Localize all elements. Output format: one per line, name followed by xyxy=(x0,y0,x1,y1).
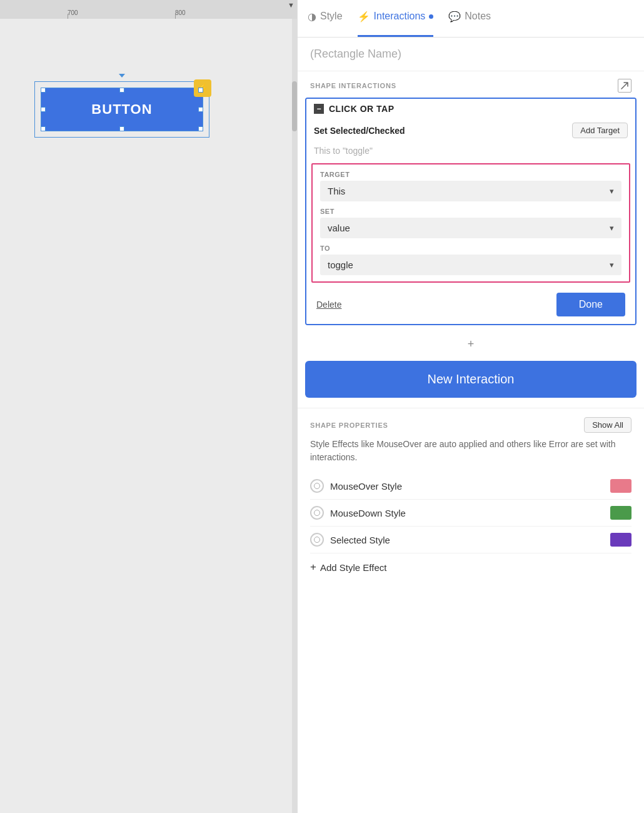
ruler-tick-700 xyxy=(68,14,68,19)
canvas-content: BUTTON ⚡ xyxy=(0,19,297,813)
rect-name-section: (Rectangle Name) xyxy=(298,38,644,71)
selected-icon xyxy=(310,533,324,547)
style-item-selected: Selected Style xyxy=(310,527,631,553)
style-item-left-mouseover: MouseOver Style xyxy=(310,479,402,493)
target-chevron: ▾ xyxy=(610,186,614,196)
target-select[interactable]: This ▾ xyxy=(320,181,621,201)
handle-tl[interactable] xyxy=(41,88,46,93)
to-value: toggle xyxy=(328,260,353,270)
ruler-mark-700: 700 xyxy=(68,9,78,16)
mouseover-inner-icon xyxy=(314,483,320,489)
action-buttons: Delete Done xyxy=(306,285,635,324)
style-item-mousedown: MouseDown Style xyxy=(310,500,631,527)
shape-props-header: SHAPE PROPERTIES Show All xyxy=(310,408,631,438)
canvas-element[interactable]: BUTTON ⚡ xyxy=(41,88,203,131)
target-field: TARGET This ▾ xyxy=(320,171,621,201)
to-field: TO toggle ▾ xyxy=(320,245,621,275)
tab-interactions-label: Interactions xyxy=(374,11,426,22)
selected-style-label: Selected Style xyxy=(330,535,390,545)
external-link-button[interactable] xyxy=(618,79,631,93)
tab-style-label: Style xyxy=(320,11,343,22)
handle-bl[interactable] xyxy=(41,126,46,131)
set-chevron: ▾ xyxy=(610,223,614,233)
collapse-button[interactable]: − xyxy=(314,104,324,114)
event-label: CLICK OR TAP xyxy=(329,104,628,114)
anchor-top xyxy=(119,74,125,78)
style-item-left-mousedown: MouseDown Style xyxy=(310,506,406,520)
handle-ml[interactable] xyxy=(41,107,46,112)
selected-color[interactable] xyxy=(610,533,631,547)
canvas-scrollbar[interactable] xyxy=(292,19,297,813)
external-link-icon xyxy=(621,82,628,89)
add-target-button[interactable]: Add Target xyxy=(572,123,628,138)
interactions-icon: ⚡ xyxy=(358,11,370,23)
tab-notes[interactable]: 💬 Notes xyxy=(448,0,491,37)
show-all-button[interactable]: Show All xyxy=(584,417,631,433)
tab-bar: ◑ Style ⚡ Interactions 💬 Notes xyxy=(298,0,644,38)
tab-interactions[interactable]: ⚡ Interactions xyxy=(358,0,434,37)
add-style-plus-icon: + xyxy=(310,561,316,573)
mouseover-style-label: MouseOver Style xyxy=(330,481,402,492)
ruler-dropdown-arrow[interactable]: ▼ xyxy=(288,1,294,9)
interactions-dot xyxy=(429,14,433,19)
canvas-button-label: BUTTON xyxy=(91,101,152,118)
mousedown-icon xyxy=(310,506,324,520)
to-select[interactable]: toggle ▾ xyxy=(320,255,621,275)
done-button[interactable]: Done xyxy=(556,293,625,316)
tab-notes-label: Notes xyxy=(465,11,491,22)
mousedown-style-label: MouseDown Style xyxy=(330,508,406,518)
set-value: value xyxy=(328,223,350,233)
add-style-row[interactable]: + Add Style Effect xyxy=(310,553,631,581)
handle-br[interactable] xyxy=(198,126,203,131)
canvas-button-wrapper: BUTTON ⚡ xyxy=(41,88,203,131)
new-interaction-button[interactable]: New Interaction xyxy=(305,361,636,398)
ruler: ▼ 700 800 xyxy=(0,0,297,19)
to-chevron: ▾ xyxy=(610,260,614,270)
handle-tm[interactable] xyxy=(119,88,124,93)
interaction-block: − CLICK OR TAP Set Selected/Checked Add … xyxy=(305,98,636,325)
style-icon: ◑ xyxy=(308,11,316,23)
mousedown-inner-icon xyxy=(314,510,320,516)
target-form: TARGET This ▾ SET value ▾ TO xyxy=(311,163,630,283)
mousedown-color[interactable] xyxy=(610,506,631,520)
canvas-button[interactable]: BUTTON ⚡ xyxy=(41,88,203,131)
ruler-mark-800: 800 xyxy=(175,9,186,16)
set-select[interactable]: value ▾ xyxy=(320,218,621,238)
mouseover-color[interactable] xyxy=(610,479,631,493)
mouseover-icon xyxy=(310,479,324,493)
shape-interactions-header: SHAPE INTERACTIONS xyxy=(298,71,644,98)
rect-name: (Rectangle Name) xyxy=(310,48,631,61)
style-item-mouseover: MouseOver Style xyxy=(310,473,631,500)
tab-style[interactable]: ◑ Style xyxy=(308,0,343,37)
ruler-tick-800 xyxy=(175,14,176,19)
shape-properties-label: SHAPE PROPERTIES xyxy=(310,422,388,429)
toggle-description: This to "toggle" xyxy=(306,142,635,161)
event-header: − CLICK OR TAP xyxy=(306,99,635,119)
add-style-label: Add Style Effect xyxy=(320,562,386,573)
handle-bm[interactable] xyxy=(119,126,124,131)
selected-inner-icon xyxy=(314,537,320,543)
props-description: Style Effects like MouseOver are auto ap… xyxy=(310,438,631,464)
handle-mr[interactable] xyxy=(198,107,203,112)
notes-icon: 💬 xyxy=(448,11,461,23)
set-field: SET value ▾ xyxy=(320,208,621,238)
action-label: Set Selected/Checked xyxy=(314,126,405,136)
handle-tr[interactable] xyxy=(198,88,203,93)
action-row: Set Selected/Checked Add Target xyxy=(306,119,635,142)
delete-link[interactable]: Delete xyxy=(316,300,341,310)
plus-icon: + xyxy=(468,338,475,351)
to-field-label: TO xyxy=(320,245,621,252)
canvas-area: ▼ 700 800 BUTTON ⚡ xyxy=(0,0,297,813)
shape-properties-section: SHAPE PROPERTIES Show All Style Effects … xyxy=(298,408,644,581)
plus-row[interactable]: + xyxy=(298,330,644,358)
set-field-label: SET xyxy=(320,208,621,215)
style-item-left-selected: Selected Style xyxy=(310,533,390,547)
target-field-label: TARGET xyxy=(320,171,621,178)
canvas-scrollbar-thumb xyxy=(292,81,297,131)
right-panel: ◑ Style ⚡ Interactions 💬 Notes (Rectangl… xyxy=(297,0,644,813)
shape-interactions-label: SHAPE INTERACTIONS xyxy=(310,82,396,89)
panel-content: (Rectangle Name) SHAPE INTERACTIONS − CL… xyxy=(298,38,644,813)
target-value: This xyxy=(328,186,345,196)
